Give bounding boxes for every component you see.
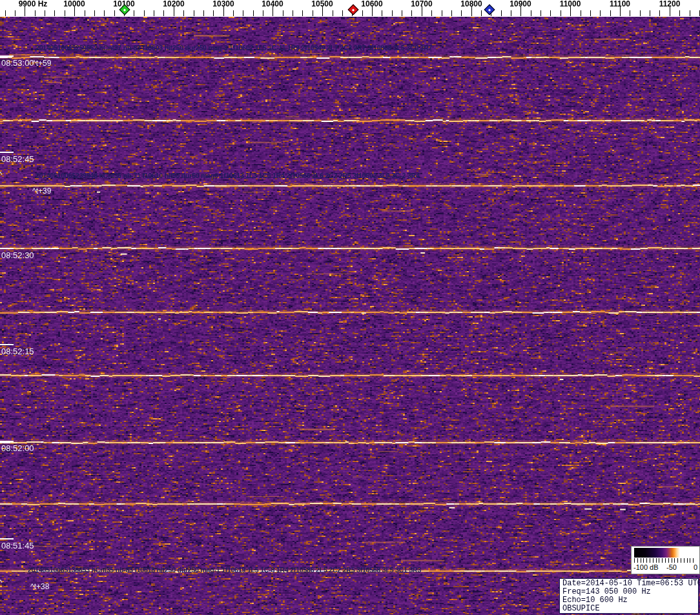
time-axis-tick bbox=[0, 441, 14, 442]
detection-annotation-text: 20140510065239948 hCnt36 nb-71 f10610 hi… bbox=[36, 172, 420, 179]
marker-center-dot bbox=[488, 8, 491, 11]
marker-center-dot bbox=[352, 8, 355, 11]
freq-tick-label: 10800 bbox=[460, 0, 482, 8]
freq-tick-label: 10500 bbox=[311, 0, 333, 8]
freq-tick-label: 10700 bbox=[411, 0, 432, 8]
time-label: 08:52:15 bbox=[1, 347, 34, 356]
time-label: 08:51:45 bbox=[1, 541, 34, 550]
event-time-marker-label: ^t+38 bbox=[30, 582, 49, 591]
freq-tick-label: 10300 bbox=[212, 0, 234, 8]
freq-tick-label: 10000 bbox=[63, 0, 85, 8]
event-time-marker-label: ^ bbox=[0, 170, 3, 179]
freq-tick-label: 11000 bbox=[560, 0, 581, 8]
freq-tick-label: 9900 Hz bbox=[19, 0, 48, 8]
freq-tick-label: 10900 bbox=[510, 0, 531, 8]
detection-annotation-text: 20140510065138653 hCnt35 nb-83 f10618 hi… bbox=[28, 566, 421, 574]
time-label: 08:52:45 bbox=[1, 154, 34, 164]
time-axis-tick bbox=[0, 152, 14, 153]
meteor-echo-spectrogram-app: 9900 Hz100001010010200103001040010500106… bbox=[0, 0, 700, 615]
freq-tick-label: 10400 bbox=[262, 0, 283, 8]
time-axis-tick bbox=[0, 538, 14, 539]
time-label: 08:52:00 bbox=[1, 443, 34, 453]
db-scale-labels: -100 dB -50 0 bbox=[633, 563, 697, 572]
db-label-max: 0 bbox=[694, 563, 697, 571]
db-label-min: -100 dB bbox=[633, 563, 659, 571]
spectrogram-waterfall[interactable]: 08:53:0008:52:4508:52:3008:52:1508:52:00… bbox=[0, 17, 700, 615]
event-time-marker-label: ^ bbox=[0, 578, 3, 587]
info-station: OBSUPICE bbox=[562, 605, 698, 613]
db-label-mid: -50 bbox=[666, 563, 677, 571]
observation-info-box: Date=2014-05-10 Time=06:53 UTC Freq=143 … bbox=[559, 578, 699, 614]
detection-annotation-text: 20140510065259552 hCnt37 nb-83 f10603 hi… bbox=[36, 44, 432, 52]
event-time-marker-label: ^t+39 bbox=[32, 187, 51, 196]
freq-tick-label: 10600 bbox=[361, 0, 382, 8]
freq-tick-label: 11200 bbox=[659, 0, 681, 8]
time-axis-tick bbox=[0, 55, 14, 57]
frequency-ruler[interactable]: 9900 Hz100001010010200103001040010500106… bbox=[0, 0, 700, 17]
time-label: 08:53:00 bbox=[1, 58, 34, 68]
marker-center-dot bbox=[123, 8, 126, 11]
freq-tick-label: 11100 bbox=[610, 0, 630, 8]
db-scale-ticks bbox=[634, 558, 696, 563]
event-time-marker-label: ^t+59 bbox=[32, 59, 51, 68]
db-scale-legend: -100 dB -50 0 bbox=[631, 546, 700, 574]
db-gradient-bar bbox=[634, 548, 696, 558]
time-axis-tick bbox=[0, 248, 14, 249]
time-axis-tick bbox=[0, 344, 14, 345]
time-label: 08:52:30 bbox=[1, 250, 34, 260]
spectrogram-canvas[interactable] bbox=[0, 17, 700, 615]
freq-tick-label: 10200 bbox=[163, 0, 184, 8]
